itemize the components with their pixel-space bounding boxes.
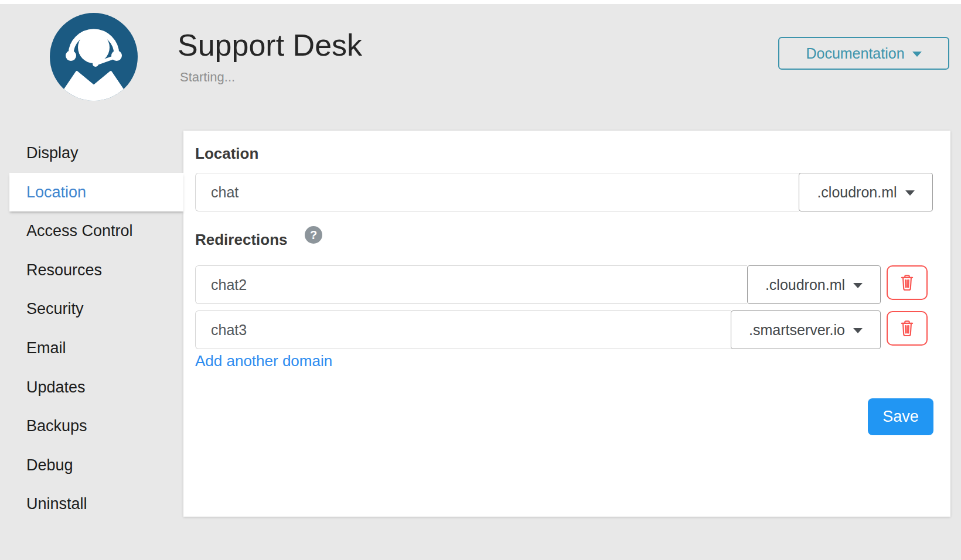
- documentation-button-label: Documentation: [806, 45, 904, 62]
- chevron-down-icon: [905, 190, 915, 196]
- help-icon[interactable]: ?: [305, 226, 322, 244]
- delete-redirect-button[interactable]: [887, 311, 928, 346]
- redirect-domain-select[interactable]: .smartserver.io: [731, 310, 881, 349]
- settings-sidebar: Display Location Access Control Resource…: [0, 134, 183, 524]
- page-title: Support Desk: [178, 28, 362, 62]
- trash-icon: [899, 274, 915, 292]
- sidebar-item-access-control[interactable]: Access Control: [9, 211, 183, 251]
- add-another-domain-link[interactable]: Add another domain: [195, 352, 332, 370]
- delete-redirect-button[interactable]: [887, 265, 928, 300]
- location-settings-panel: Location .cloudron.ml Redirections ? .cl…: [183, 131, 950, 517]
- location-domain-select[interactable]: .cloudron.ml: [799, 173, 933, 211]
- sidebar-item-uninstall[interactable]: Uninstall: [9, 484, 183, 524]
- redirect-subdomain-input[interactable]: [195, 310, 731, 349]
- app-status-text: Starting...: [180, 70, 235, 85]
- save-button[interactable]: Save: [868, 398, 933, 435]
- support-agent-headset-icon: [50, 13, 138, 101]
- redirect-domain-select[interactable]: .cloudron.ml: [747, 265, 881, 304]
- location-domain-select-value: .cloudron.ml: [817, 184, 897, 201]
- sidebar-item-debug[interactable]: Debug: [9, 446, 183, 485]
- chevron-down-icon: [853, 283, 863, 288]
- redirect-domain-select-value: .smartserver.io: [749, 322, 845, 339]
- redirect-domain-select-value: .cloudron.ml: [765, 276, 845, 293]
- redirect-subdomain-input[interactable]: [195, 265, 747, 304]
- chevron-down-icon: [912, 52, 922, 57]
- sidebar-item-email[interactable]: Email: [9, 329, 183, 368]
- app-avatar: [50, 13, 138, 101]
- redirections-section-heading: Redirections: [195, 231, 288, 248]
- location-subdomain-input[interactable]: [195, 173, 799, 211]
- chevron-down-icon: [853, 328, 863, 333]
- sidebar-item-resources[interactable]: Resources: [9, 251, 183, 290]
- sidebar-item-security[interactable]: Security: [9, 289, 183, 329]
- trash-icon: [899, 320, 915, 337]
- location-section-heading: Location: [195, 145, 258, 162]
- sidebar-item-backups[interactable]: Backups: [9, 407, 183, 446]
- sidebar-item-display[interactable]: Display: [9, 134, 183, 173]
- sidebar-item-location[interactable]: Location: [9, 173, 183, 212]
- sidebar-item-updates[interactable]: Updates: [9, 368, 183, 407]
- documentation-button[interactable]: Documentation: [778, 37, 949, 70]
- top-strip: [0, 0, 961, 4]
